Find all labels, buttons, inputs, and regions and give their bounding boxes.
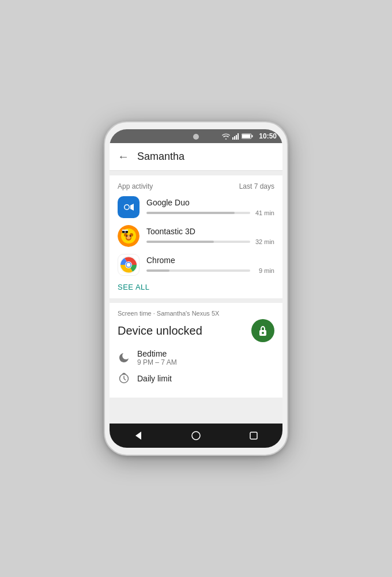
svg-rect-5: [242, 134, 250, 138]
daily-limit-icon: [118, 372, 130, 385]
screen-title: Device unlocked: [118, 324, 202, 338]
toontastic-icon: [118, 225, 140, 247]
svg-rect-3: [238, 133, 239, 140]
header-title: Samantha: [137, 151, 184, 163]
app-activity-label: App activity: [118, 182, 153, 190]
signal-icon: [232, 133, 239, 140]
toontastic-name: Toontastic 3D: [146, 227, 274, 236]
bedtime-icon: [118, 351, 130, 364]
header: ← Samantha: [110, 143, 282, 171]
nav-home-button[interactable]: [188, 428, 204, 444]
app-activity-card: App activity Last 7 days Google: [110, 175, 282, 298]
bedtime-text: Bedtime 9 PM – 7 AM: [137, 349, 177, 366]
app-activity-period: Last 7 days: [239, 182, 274, 190]
content-area: App activity Last 7 days Google: [110, 171, 282, 424]
google-duo-bar-row: 41 min: [146, 209, 274, 216]
chrome-bar-bg: [146, 269, 250, 272]
see-all-button[interactable]: SEE ALL: [118, 283, 274, 291]
svg-point-17: [126, 235, 127, 237]
wifi-icon: [222, 133, 230, 140]
bedtime-row: Bedtime 9 PM – 7 AM: [118, 349, 274, 366]
svg-rect-0: [232, 137, 233, 140]
daily-limit-text: Daily limit: [137, 374, 172, 383]
svg-point-18: [130, 235, 131, 237]
chrome-icon: [118, 254, 140, 276]
battery-icon: [242, 133, 253, 140]
chrome-bar-row: 9 min: [146, 267, 274, 274]
daily-limit-name: Daily limit: [137, 374, 172, 383]
chrome-info: Chrome 9 min: [146, 256, 274, 274]
google-duo-bar-bg: [146, 212, 250, 214]
back-button[interactable]: ←: [118, 150, 129, 163]
svg-point-25: [127, 263, 131, 267]
app-row-chrome: Chrome 9 min: [118, 254, 274, 276]
bottom-nav: [110, 424, 282, 448]
bedtime-value: 9 PM – 7 AM: [137, 358, 177, 366]
status-icons: 10:50: [222, 132, 277, 140]
status-time: 10:50: [259, 132, 277, 140]
svg-rect-1: [234, 136, 235, 140]
phone-screen: 10:50 ← Samantha App activity Last 7 day…: [110, 129, 282, 448]
lock-badge[interactable]: [251, 319, 274, 342]
google-duo-name: Google Duo: [146, 198, 274, 207]
app-row-toontastic: Toontastic 3D 32 min: [118, 225, 274, 247]
svg-point-30: [192, 432, 200, 440]
daily-limit-row: Daily limit: [118, 372, 274, 385]
google-duo-time: 41 min: [254, 209, 274, 216]
toontastic-info: Toontastic 3D 32 min: [146, 227, 274, 245]
screen-time-card: Screen time · Samantha's Nexus 5X Device…: [110, 303, 282, 398]
nav-recents-button[interactable]: [246, 428, 262, 444]
nav-back-icon: [133, 430, 144, 441]
nav-home-icon: [191, 430, 201, 441]
google-duo-icon: [118, 196, 140, 218]
status-bar: 10:50: [110, 129, 282, 143]
lock-icon: [257, 324, 269, 337]
phone-frame: 10:50 ← Samantha App activity Last 7 day…: [104, 121, 288, 456]
svg-rect-2: [236, 135, 237, 140]
nav-recents-icon: [249, 431, 258, 440]
chrome-name: Chrome: [146, 256, 274, 265]
toontastic-bar-bg: [146, 241, 250, 243]
chrome-bar-fill: [146, 269, 169, 272]
svg-rect-6: [252, 135, 253, 137]
chrome-time: 9 min: [254, 267, 274, 274]
app-row-google-duo: Google Duo 41 min: [118, 196, 274, 218]
card-header: App activity Last 7 days: [118, 182, 274, 190]
screen-subtitle: Screen time · Samantha's Nexus 5X: [118, 310, 274, 317]
toontastic-time: 32 min: [254, 238, 274, 245]
screen-header: Device unlocked: [118, 319, 274, 342]
svg-point-27: [262, 332, 264, 334]
google-duo-info: Google Duo 41 min: [146, 198, 274, 216]
svg-point-9: [125, 205, 129, 209]
toontastic-bar-row: 32 min: [146, 238, 274, 245]
google-duo-bar-fill: [146, 212, 235, 214]
svg-marker-29: [135, 432, 141, 440]
toontastic-bar-fill: [146, 241, 214, 243]
svg-rect-31: [250, 432, 257, 439]
bedtime-name: Bedtime: [137, 349, 177, 358]
nav-back-button[interactable]: [130, 428, 146, 444]
